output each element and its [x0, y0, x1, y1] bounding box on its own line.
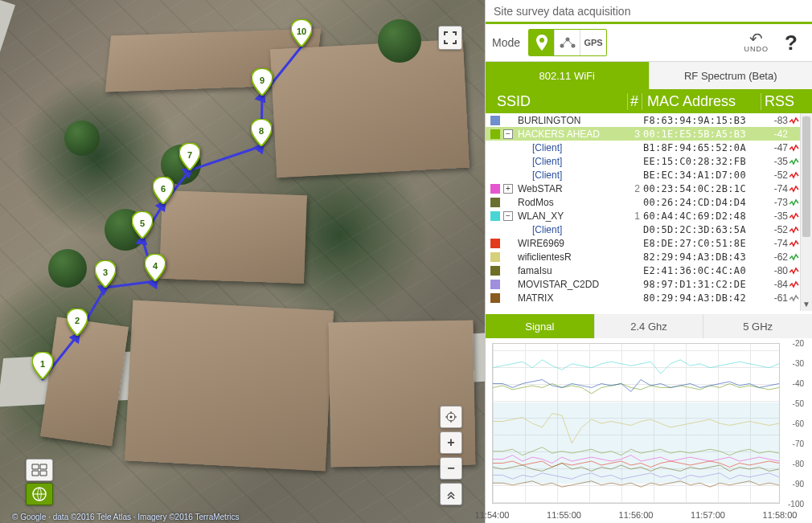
zoom-in-button[interactable]: +: [440, 431, 462, 454]
expander-icon: [503, 143, 513, 153]
rssi-cell: -84: [765, 279, 788, 290]
color-swatch: [490, 239, 500, 248]
scroll-thumb[interactable]: [802, 116, 810, 237]
layers-button[interactable]: [26, 459, 53, 481]
map-credit: © Google · data ©2016 Tele Atlas · Image…: [12, 513, 239, 521]
col-ssid[interactable]: SSID: [486, 93, 627, 110]
tab-wifi[interactable]: 802.11 WiFi: [486, 62, 649, 89]
mac-cell: B1:8F:94:65:52:0A: [643, 142, 765, 153]
sparkline-icon: [789, 116, 799, 125]
collapse-button[interactable]: [440, 483, 462, 505]
ssid-cell: BURLINGTON: [518, 115, 627, 126]
mode-selector: GPS: [528, 29, 607, 56]
col-count[interactable]: #: [627, 93, 642, 110]
color-swatch: [490, 143, 500, 153]
color-swatch: [490, 184, 500, 194]
scrollbar[interactable]: ▲ ▼: [800, 113, 812, 311]
ssid-cell: [Client]: [518, 142, 627, 153]
locate-button[interactable]: [440, 406, 462, 428]
table-row[interactable]: −WLAN_XY160:A4:4C:69:D2:48-35: [486, 209, 812, 223]
map-tree: [378, 19, 421, 63]
mac-cell: 80:29:94:A3:DB:42: [643, 292, 765, 304]
table-row[interactable]: famaIsuE2:41:36:0C:4C:A0-80: [486, 264, 812, 277]
mode-path-button[interactable]: [555, 30, 580, 55]
mode-label: Mode: [492, 36, 520, 49]
expander-icon: [503, 116, 513, 125]
ssid-cell: [Client]: [518, 170, 627, 181]
zoom-out-button[interactable]: −: [440, 457, 462, 480]
table-row[interactable]: [Client]D0:5D:2C:3D:63:5A-52: [486, 223, 812, 236]
map-building: [125, 300, 334, 472]
expander-icon: [503, 198, 513, 207]
expander-icon[interactable]: −: [503, 129, 513, 139]
map-tree: [161, 145, 201, 185]
count-cell: 3: [627, 129, 643, 140]
expander-icon[interactable]: +: [503, 184, 513, 194]
y-tick-label: -100: [788, 500, 804, 509]
tab-24ghz[interactable]: 2.4 Ghz: [594, 314, 703, 338]
mac-cell: 00:23:54:0C:2B:1C: [643, 183, 765, 194]
color-swatch: [490, 211, 500, 221]
mode-gps-button[interactable]: GPS: [580, 30, 606, 55]
map-building: [159, 190, 307, 284]
mac-cell: F8:63:94:9A:15:B3: [643, 115, 765, 126]
table-row[interactable]: WIRE6969E8:DE:27:C0:51:8E-74: [486, 236, 812, 250]
table-row[interactable]: RodMos00:26:24:CD:D4:D4-73: [486, 195, 812, 209]
color-swatch: [490, 198, 500, 207]
table-row[interactable]: MOVISTAR_C2DD98:97:D1:31:C2:DE-84: [486, 277, 812, 291]
y-tick-label: -50: [793, 399, 804, 408]
sparkline-icon: [789, 225, 799, 235]
color-swatch: [490, 170, 500, 180]
y-tick-label: -70: [793, 439, 804, 448]
rssi-cell: -47: [765, 142, 788, 153]
table-row[interactable]: MATRIX80:29:94:A3:DB:42-61: [486, 291, 812, 304]
expander-icon: [503, 293, 513, 303]
ssid-cell: MATRIX: [518, 292, 627, 304]
col-rssi[interactable]: RSS: [761, 93, 812, 110]
table-row[interactable]: BURLINGTONF8:63:94:9A:15:B3-83: [486, 113, 812, 127]
ssid-cell: RodMos: [518, 197, 627, 208]
mac-cell: 98:97:D1:31:C2:DE: [643, 279, 765, 290]
rssi-cell: -73: [765, 197, 788, 208]
tab-5ghz[interactable]: 5 GHz: [703, 314, 812, 338]
globe-button[interactable]: [26, 483, 53, 505]
rssi-cell: -61: [765, 292, 788, 304]
rssi-cell: -35: [765, 156, 788, 167]
ssid-cell: [Client]: [518, 224, 627, 235]
mac-cell: E8:DE:27:C0:51:8E: [643, 238, 765, 249]
x-tick-label: 11:56:00: [619, 510, 654, 520]
y-tick-label: -20: [793, 339, 804, 348]
fullscreen-button[interactable]: [438, 26, 462, 50]
mode-pin-button[interactable]: [529, 30, 555, 55]
chart-tabs: Signal 2.4 Ghz 5 GHz: [486, 314, 812, 338]
col-mac[interactable]: MAC Address: [642, 93, 761, 110]
undo-label: UNDO: [744, 45, 769, 53]
expander-icon: [503, 239, 513, 248]
table-row[interactable]: [Client]BE:EC:34:A1:D7:00-52: [486, 168, 812, 182]
y-tick-label: -90: [793, 480, 804, 488]
help-button[interactable]: ?: [777, 31, 806, 55]
table-row[interactable]: +WebSTAR200:23:54:0C:2B:1C-74: [486, 182, 812, 195]
svg-point-2: [450, 416, 453, 419]
x-tick-label: 11:55:00: [547, 510, 581, 520]
signal-chart: -20-30-40-50-60-70-80-90-10011:54:0011:5…: [486, 338, 812, 523]
network-table-header: SSID # MAC Address RSS: [486, 89, 812, 113]
expander-icon: [503, 280, 513, 289]
expander-icon[interactable]: −: [503, 211, 513, 221]
table-row[interactable]: [Client]B1:8F:94:65:52:0A-47: [486, 141, 812, 154]
tab-spectrum[interactable]: RF Spectrum (Beta): [649, 62, 813, 89]
color-swatch: [490, 266, 500, 276]
rssi-cell: -83: [765, 115, 788, 126]
map-pane[interactable]: 12345678910 + − © Google · data ©2016 Te…: [0, 0, 485, 523]
sparkline-icon: [789, 211, 799, 221]
table-row[interactable]: wificlientesR82:29:94:A3:DB:43-62: [486, 250, 812, 264]
mac-cell: 00:1E:E5:5B:A5:B3: [643, 129, 765, 140]
tab-signal[interactable]: Signal: [486, 314, 594, 338]
undo-button[interactable]: ↶ UNDO: [744, 32, 769, 53]
color-swatch: [490, 280, 500, 289]
expander-icon: [503, 252, 513, 262]
map-tree: [48, 249, 87, 288]
table-row[interactable]: −HACKERS AHEAD300:1E:E5:5B:A5:B3-42: [486, 127, 812, 141]
table-row[interactable]: [Client]EE:15:C0:28:32:FB-35: [486, 154, 812, 168]
scroll-down-icon[interactable]: ▼: [801, 300, 812, 311]
